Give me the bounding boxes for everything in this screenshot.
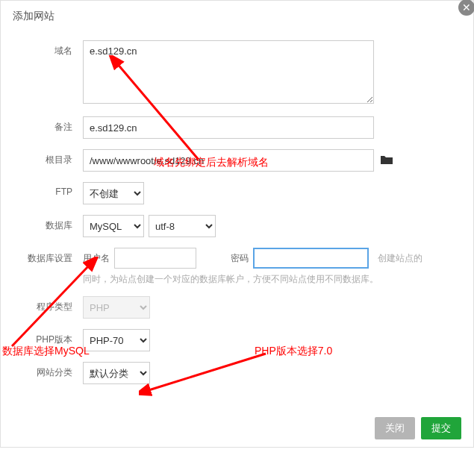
root-label: 根目录 [16,149,83,166]
php-label: PHP版本 [16,329,83,346]
db-pwd-input[interactable] [253,248,369,269]
ftp-select[interactable]: 不创建 [83,182,144,204]
dialog-title: 添加网站 [1,1,473,33]
dialog-footer: 关闭 提交 [1,410,473,447]
domain-input[interactable]: e.sd129.cn [83,40,374,104]
remark-input[interactable] [83,116,374,139]
domain-label: 域名 [16,40,83,57]
root-input[interactable] [83,149,374,172]
db-help-text: 创建站点的 [378,252,422,265]
program-select: PHP [83,296,150,319]
category-label: 网站分类 [16,362,83,379]
ftp-label: FTP [16,182,83,197]
db-label: 数据库 [16,215,83,232]
remark-label: 备注 [16,116,83,134]
program-label: 程序类型 [16,296,83,313]
folder-icon[interactable] [380,154,393,167]
category-select[interactable]: 默认分类 [83,362,150,384]
db-hint-text: 同时，为站点创建一个对应的数据库帐户，方便不同站点使用不同数据库。 [83,273,458,286]
db-config-label: 数据库设置 [16,248,83,265]
db-pwd-label: 密码 [231,252,249,265]
db-charset-select[interactable]: utf-8 [149,215,216,237]
db-user-label: 用户名 [83,252,110,265]
db-engine-select[interactable]: MySQL [83,215,144,237]
db-user-input[interactable] [114,248,196,269]
cancel-button[interactable]: 关闭 [375,417,415,439]
close-icon[interactable]: ✕ [458,0,474,16]
dialog-body: 域名 e.sd129.cn 备注 根目录 FTP 不 [1,33,473,410]
add-site-dialog: ✕ 添加网站 域名 e.sd129.cn 备注 根目录 FTP [0,0,474,448]
php-version-select[interactable]: PHP-70 [83,329,150,351]
submit-button[interactable]: 提交 [421,417,461,439]
